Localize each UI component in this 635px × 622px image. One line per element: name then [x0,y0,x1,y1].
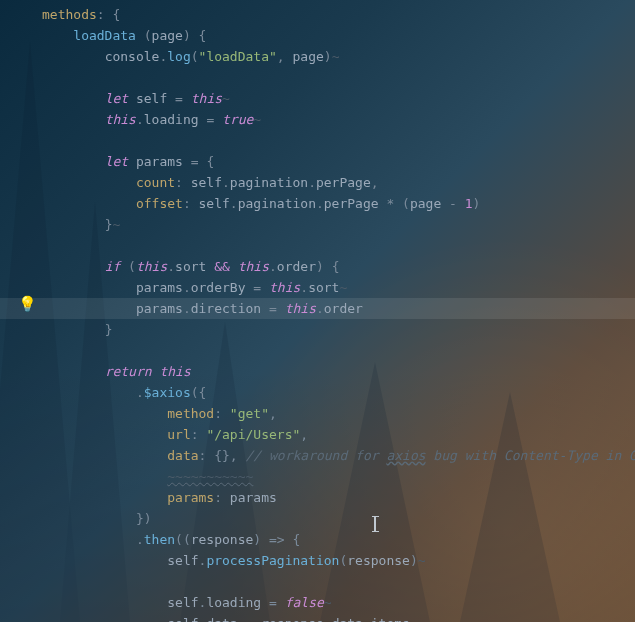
code-line[interactable]: if (this.sort && this.order) { [42,256,635,277]
code-line[interactable]: offset: self.pagination.perPage * (page … [42,193,635,214]
code-line[interactable]: let params = { [42,151,635,172]
code-line[interactable]: let self = this~ [42,88,635,109]
code-line[interactable] [42,235,635,256]
code-editor[interactable]: 💡 methods: { loadData (page) { console.l… [0,0,635,622]
code-line[interactable]: count: self.pagination.perPage, [42,172,635,193]
code-line[interactable]: methods: { [42,4,635,25]
code-line[interactable]: data: {}, // workaround for axios bug wi… [42,445,635,466]
code-line[interactable]: console.log("loadData", page)~ [42,46,635,67]
code-line[interactable]: } [42,319,635,340]
code-line[interactable] [42,571,635,592]
code-line[interactable] [42,67,635,88]
code-line[interactable]: ~~~~~~~~~~~ [42,466,635,487]
code-line[interactable]: }~ [42,214,635,235]
code-line[interactable]: .$axios({ [42,382,635,403]
lightbulb-icon[interactable]: 💡 [18,294,37,315]
code-line[interactable]: return this [42,361,635,382]
code-line[interactable]: }) [42,508,635,529]
code-line[interactable]: method: "get", [42,403,635,424]
code-line[interactable]: params.orderBy = this.sort~ [42,277,635,298]
code-line-highlighted[interactable]: params.direction = this.order [0,298,635,319]
code-line[interactable]: loadData (page) { [42,25,635,46]
text-cursor [374,516,376,532]
code-line[interactable]: self.loading = false~ [42,592,635,613]
code-line[interactable]: this.loading = true~ [42,109,635,130]
code-line[interactable]: self.data = response.data.items [42,613,635,622]
code-line[interactable]: .then((response) => { [42,529,635,550]
code-line[interactable] [42,340,635,361]
gutter: 💡 [0,0,38,622]
code-line[interactable]: url: "/api/Users", [42,424,635,445]
code-line[interactable] [42,130,635,151]
code-line[interactable]: self.processPagination(response)~ [42,550,635,571]
code-line[interactable]: params: params [42,487,635,508]
